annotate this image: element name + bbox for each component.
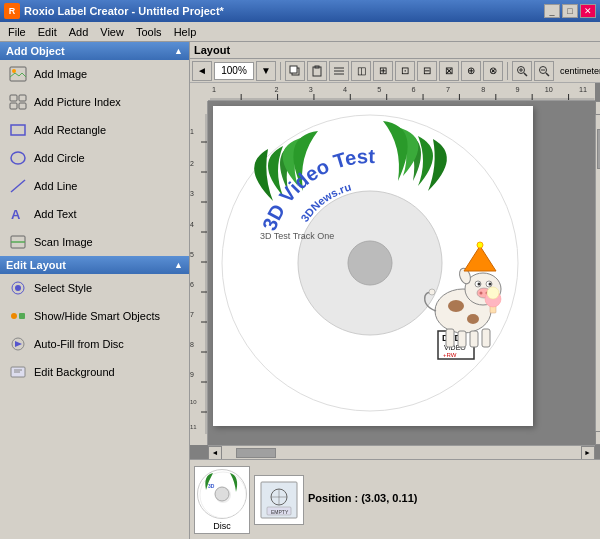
show-hide-label: Show/Hide Smart Objects bbox=[34, 310, 160, 322]
svg-text:11: 11 bbox=[579, 86, 587, 94]
svg-text:3: 3 bbox=[190, 190, 194, 197]
zoom-input[interactable] bbox=[214, 62, 254, 80]
horizontal-scrollbar[interactable]: ◄ ► bbox=[208, 445, 595, 459]
svg-point-14 bbox=[11, 313, 17, 319]
svg-point-97 bbox=[489, 283, 492, 286]
svg-text:7: 7 bbox=[190, 311, 194, 318]
svg-rect-106 bbox=[458, 331, 466, 347]
svg-point-99 bbox=[480, 292, 483, 295]
svg-text:4: 4 bbox=[343, 86, 347, 94]
scan-image-item[interactable]: Scan Image bbox=[0, 228, 189, 256]
align-btn7[interactable]: ⊕ bbox=[461, 61, 481, 81]
svg-point-111 bbox=[487, 287, 499, 299]
left-panel: Add Object ▲ Add Image Add Picture Index… bbox=[0, 42, 190, 539]
minimize-button[interactable]: _ bbox=[544, 4, 560, 18]
paste-btn[interactable] bbox=[307, 61, 327, 81]
close-button[interactable]: ✕ bbox=[580, 4, 596, 18]
add-picture-index-item[interactable]: Add Picture Index bbox=[0, 88, 189, 116]
auto-fill-item[interactable]: Auto-Fill from Disc bbox=[0, 330, 189, 358]
add-object-header: Add Object ▲ bbox=[0, 42, 189, 60]
menu-file[interactable]: File bbox=[2, 24, 32, 40]
title-bar: R Roxio Label Creator - Untitled Project… bbox=[0, 0, 600, 22]
svg-text:8: 8 bbox=[481, 86, 485, 94]
zoom-fit-btn[interactable] bbox=[512, 61, 532, 81]
scroll-right-arrow[interactable]: ► bbox=[581, 446, 595, 460]
layout-header: Layout bbox=[190, 42, 600, 59]
menu-tools[interactable]: Tools bbox=[130, 24, 168, 40]
add-image-item[interactable]: Add Image bbox=[0, 60, 189, 88]
align-btn6[interactable]: ⊠ bbox=[439, 61, 459, 81]
menu-view[interactable]: View bbox=[94, 24, 130, 40]
line-icon bbox=[8, 176, 28, 196]
scan-image-label: Scan Image bbox=[34, 236, 93, 248]
svg-rect-4 bbox=[10, 103, 17, 109]
nav-back-btn[interactable]: ◄ bbox=[192, 61, 212, 81]
menu-add[interactable]: Add bbox=[63, 24, 95, 40]
scroll-up-arrow[interactable]: ▲ bbox=[595, 101, 600, 115]
svg-line-32 bbox=[546, 73, 549, 76]
align-btn1[interactable] bbox=[329, 61, 349, 81]
scroll-h-thumb[interactable] bbox=[236, 448, 276, 458]
svg-text:2: 2 bbox=[190, 160, 194, 167]
svg-rect-3 bbox=[19, 95, 26, 101]
add-line-item[interactable]: Add Line bbox=[0, 172, 189, 200]
toolbar: ◄ ▼ ◫ ⊞ ⊡ ⊟ ⊠ ⊕ ⊗ bbox=[190, 59, 600, 83]
toolbar-separator-2 bbox=[507, 62, 508, 80]
maximize-button[interactable]: □ bbox=[562, 4, 578, 18]
svg-text:5: 5 bbox=[377, 86, 381, 94]
add-circle-item[interactable]: Add Circle bbox=[0, 144, 189, 172]
disc-thumbnail[interactable]: 3D Disc bbox=[194, 466, 250, 534]
svg-point-1 bbox=[12, 69, 16, 73]
edit-background-icon bbox=[8, 362, 28, 382]
svg-point-91 bbox=[448, 300, 464, 312]
disc-label: Disc bbox=[213, 521, 231, 531]
vertical-scrollbar[interactable]: ▲ ▼ bbox=[595, 101, 600, 445]
svg-line-28 bbox=[524, 73, 527, 76]
add-object-arrow: ▲ bbox=[174, 46, 183, 56]
canvas-scroll[interactable]: 3D Video Test 3DNews.ru 3D Test bbox=[208, 101, 595, 445]
add-rectangle-item[interactable]: Add Rectangle bbox=[0, 116, 189, 144]
svg-point-82 bbox=[348, 241, 392, 285]
svg-rect-21 bbox=[290, 66, 297, 73]
add-text-label: Add Text bbox=[34, 208, 77, 220]
scroll-down-arrow[interactable]: ▼ bbox=[595, 431, 600, 445]
text-icon: A bbox=[8, 204, 28, 224]
svg-rect-107 bbox=[470, 331, 478, 347]
ruler-corner bbox=[190, 83, 208, 101]
svg-rect-34 bbox=[210, 83, 595, 100]
svg-text:11: 11 bbox=[190, 424, 197, 430]
svg-text:9: 9 bbox=[190, 371, 194, 378]
align-btn3[interactable]: ⊞ bbox=[373, 61, 393, 81]
title-bar-buttons: _ □ ✕ bbox=[544, 4, 596, 18]
svg-text:7: 7 bbox=[446, 86, 450, 94]
svg-point-104 bbox=[477, 242, 483, 248]
zoom-out-btn[interactable] bbox=[534, 61, 554, 81]
scroll-left-arrow[interactable]: ◄ bbox=[208, 446, 222, 460]
add-text-item[interactable]: A Add Text bbox=[0, 200, 189, 228]
rectangle-icon bbox=[8, 120, 28, 140]
svg-text:9: 9 bbox=[516, 86, 520, 94]
menu-bar: File Edit Add View Tools Help bbox=[0, 22, 600, 42]
svg-text:2: 2 bbox=[274, 86, 278, 94]
zoom-dropdown-btn[interactable]: ▼ bbox=[256, 61, 276, 81]
align-btn2[interactable]: ◫ bbox=[351, 61, 371, 81]
svg-text:6: 6 bbox=[412, 86, 416, 94]
svg-point-112 bbox=[429, 289, 435, 295]
svg-text:3D: 3D bbox=[208, 483, 215, 489]
svg-text:10: 10 bbox=[545, 86, 553, 94]
menu-edit[interactable]: Edit bbox=[32, 24, 63, 40]
align-btn4[interactable]: ⊡ bbox=[395, 61, 415, 81]
edit-background-item[interactable]: Edit Background bbox=[0, 358, 189, 386]
align-btn8[interactable]: ⊗ bbox=[483, 61, 503, 81]
select-style-label: Select Style bbox=[34, 282, 92, 294]
second-thumbnail[interactable]: EMPTY bbox=[254, 475, 304, 525]
copy-btn[interactable] bbox=[285, 61, 305, 81]
select-style-item[interactable]: Select Style bbox=[0, 274, 189, 302]
svg-rect-15 bbox=[19, 313, 25, 319]
show-hide-smart-objects-item[interactable]: Show/Hide Smart Objects bbox=[0, 302, 189, 330]
align-btn5[interactable]: ⊟ bbox=[417, 61, 437, 81]
menu-help[interactable]: Help bbox=[168, 24, 203, 40]
add-image-label: Add Image bbox=[34, 68, 87, 80]
svg-point-96 bbox=[478, 283, 481, 286]
svg-text:+RW: +RW bbox=[443, 352, 457, 358]
